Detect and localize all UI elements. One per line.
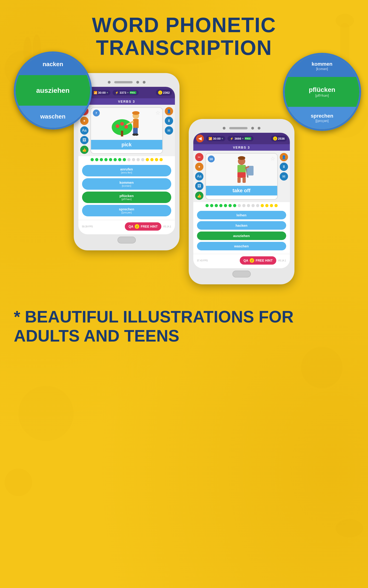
- side-buttons-right-2: 👤 ⏸ ✉: [280, 153, 288, 200]
- phone-2-home-btn[interactable]: [232, 271, 251, 277]
- answer-phonetic-1-4: [ʃprɛçən]: [87, 211, 167, 214]
- dot-1-9: [127, 158, 130, 161]
- back-button-2[interactable]: ◀: [196, 134, 204, 143]
- bottom-left-circle: nacken ausziehen waschen: [14, 52, 92, 130]
- progress-dots-1: [78, 156, 175, 163]
- answer-1-2[interactable]: kommen [kɔmən]: [82, 178, 171, 190]
- answer-1-4[interactable]: sprechen [ʃprɛçən]: [82, 205, 171, 216]
- answer-word-1-4: sprechen: [87, 207, 167, 211]
- dot-2-1: [205, 204, 209, 207]
- rp-phonetic-1: [kɔmən]: [316, 67, 328, 71]
- dot-2-16: [275, 204, 278, 207]
- svg-point-26: [238, 156, 245, 160]
- hint-bar-2: 37.43 FPS QA 💰 FREE HINT V5.14.1: [193, 254, 290, 268]
- phone-2-inner: ◀ 📶 30:00 + ⚡ 3666 + FULL: [193, 133, 290, 268]
- right-popup-circle: kommen [kɔmən] pflücken [pflYkən] sprech…: [283, 53, 361, 131]
- btn-star-2[interactable]: ✦: [195, 163, 203, 171]
- rp-word-1: kommen: [312, 61, 332, 67]
- phone-2-top-bar: [193, 124, 290, 133]
- answer-word-1-3: pflücken: [87, 194, 167, 198]
- dot-1-13: [146, 158, 149, 161]
- phone-2-dot-1: [223, 127, 225, 130]
- card-number-1: 7: [93, 110, 100, 116]
- page-container: WORD PHONETIC TRANSCRIPTION ◀ 📶: [0, 0, 368, 364]
- dot-2-5: [224, 204, 227, 207]
- coin-stat-1: 💰 2362: [156, 89, 172, 96]
- dot-2-3: [215, 204, 218, 207]
- rp-item-2: pflücken [pflYkən]: [285, 77, 359, 107]
- svg-point-24: [135, 134, 138, 136]
- hint-coin-icon-2: 💰: [250, 258, 254, 263]
- btn-thumb-1[interactable]: 👍: [80, 146, 89, 154]
- answer-2-1[interactable]: leihen: [197, 211, 286, 219]
- btn-font-2[interactable]: Aa: [195, 172, 203, 180]
- btn-person-1[interactable]: 👤: [165, 107, 173, 115]
- answer-2-2[interactable]: hacken: [197, 221, 286, 230]
- phone-2-app: ◀ 📶 30:00 + ⚡ 3666 + FULL: [193, 133, 290, 268]
- category-label-1: VERBS 3: [78, 98, 175, 105]
- dot-2-6: [229, 204, 232, 207]
- btn-image-1[interactable]: 🖼: [80, 136, 89, 144]
- wifi-icon-1: 📶: [93, 91, 97, 94]
- hint-button-1[interactable]: QA 💰 FREE HINT: [125, 222, 161, 231]
- dot-1-4: [104, 158, 108, 161]
- score-value-2: 3666: [234, 137, 241, 140]
- card-area-1: ✂ ✦ Aa 🖼 👍 7 ☆: [78, 105, 175, 156]
- answer-phonetic-1-3: [pflYkən]: [87, 198, 167, 201]
- phone-2-speaker: [229, 127, 248, 129]
- svg-point-15: [120, 122, 124, 126]
- card-star-1[interactable]: ☆: [155, 110, 160, 116]
- phone-1-top-bar: [78, 78, 175, 87]
- phone-2-dot-2: [251, 127, 254, 130]
- hint-qa-icon-1: QA: [129, 225, 133, 228]
- hint-button-2[interactable]: QA 💰 FREE HINT: [240, 256, 276, 265]
- answer-1-1[interactable]: anrufen [anruːfən]: [82, 165, 171, 176]
- btn-pause-1[interactable]: ⏸: [165, 117, 173, 125]
- footer-section: * BEAUTIFUL ILLUSTRATIONS FORADULTS AND …: [0, 294, 368, 364]
- answer-word-2-1: leihen: [202, 213, 282, 217]
- category-label-2: VERBS 3: [193, 144, 290, 151]
- rp-word-2: pflücken: [309, 86, 335, 93]
- answer-phonetic-1-1: [anruːfən]: [87, 171, 167, 174]
- svg-rect-27: [238, 165, 246, 173]
- answer-1-3[interactable]: pflücken [pflYkən]: [82, 192, 171, 203]
- dot-2-12: [256, 204, 259, 207]
- btn-image-2[interactable]: 🖼: [195, 182, 203, 190]
- phone-2-header: ◀ 📶 30:00 + ⚡ 3666 + FULL: [193, 133, 290, 144]
- btn-font-1[interactable]: Aa: [80, 126, 89, 134]
- score-plus-1: +: [127, 91, 129, 94]
- score-plus-2: +: [242, 137, 243, 140]
- card-image-2: [206, 154, 277, 186]
- fps-label-1: 59.39 FPS: [82, 225, 93, 228]
- score-label-2: FULL: [245, 137, 251, 140]
- answers-1: anrufen [anruːfən] kommen [kɔmən] pflück…: [78, 163, 175, 218]
- answer-word-2-3: ausziehen: [202, 234, 282, 238]
- word-card-2: 18 ☆: [205, 153, 278, 200]
- answer-2-4[interactable]: waschen: [197, 242, 286, 250]
- answer-2-3[interactable]: ausziehen: [197, 232, 286, 240]
- time-value-2: 30:00: [213, 137, 221, 140]
- btn-mail-2[interactable]: ✉: [280, 172, 288, 180]
- dot-1-5: [109, 158, 112, 161]
- phone-1-home-btn[interactable]: [118, 237, 136, 243]
- bottom-circle-content: nacken ausziehen waschen: [16, 53, 90, 128]
- bc-word-1: nacken: [43, 61, 63, 68]
- dot-2-4: [219, 204, 222, 207]
- card-star-2[interactable]: ☆: [270, 155, 275, 162]
- btn-star-1[interactable]: ✦: [80, 117, 89, 125]
- version-label-1: V5.14.1: [163, 225, 171, 228]
- btn-pause-2[interactable]: ⏸: [280, 163, 288, 171]
- phone-1-header: ◀ 📶 30:00 + ⚡ 3373 + FULL: [78, 87, 175, 98]
- dot-2-9: [242, 204, 246, 207]
- dot-2-13: [261, 204, 264, 207]
- btn-mail-1[interactable]: ✉: [165, 126, 173, 134]
- btn-scissors-2[interactable]: ✂: [195, 153, 203, 161]
- btn-person-2[interactable]: 👤: [280, 153, 288, 161]
- btn-thumb-2[interactable]: 👍: [195, 192, 203, 200]
- dot-2-11: [251, 204, 255, 207]
- side-buttons-left-2: ✂ ✦ Aa 🖼 👍: [195, 153, 203, 200]
- svg-point-14: [116, 124, 119, 128]
- dot-1-3: [100, 158, 103, 161]
- right-popup-content: kommen [kɔmən] pflücken [pflYkən] sprech…: [285, 55, 359, 129]
- divider-1: [78, 219, 175, 219]
